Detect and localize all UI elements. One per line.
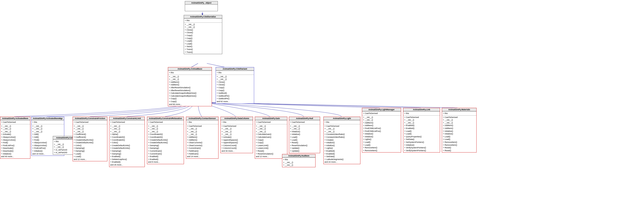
class-item: + __init__() <box>187 128 218 130</box>
class-header: AnimatSimPy._object <box>185 1 218 4</box>
class-item: + Initialize() <box>404 144 439 146</box>
class-item: + RemoveItem() <box>443 141 476 144</box>
class-item: + __init__() <box>324 128 359 130</box>
class-item: + __init__() <box>404 122 439 124</box>
class-item: + CastToDerived <box>290 121 319 124</box>
class-section: + this <box>403 111 440 115</box>
class-item: + CastToDerived <box>148 121 183 124</box>
class-item: + CastToDerived <box>256 121 286 124</box>
class-item: + ResetSimulation() <box>290 144 319 147</box>
class-header: AnimatSimPy.Light <box>324 117 360 120</box>
class-item: + Initialize() <box>290 130 319 133</box>
class-item: + __init__() <box>222 128 252 130</box>
class-item: + CalculateSnapshotByteSize() <box>169 95 211 98</box>
class-item: + CurrentGain() <box>187 147 218 150</box>
class-item: + CastToDerived <box>363 112 400 115</box>
class-item: + Initialize() <box>324 141 359 144</box>
class-item: + __init__() <box>290 125 319 128</box>
class-item: + Damping() <box>110 150 144 152</box>
class-item: + CastToDerived <box>443 116 476 119</box>
class-contactsensor: AnimatSimPy.ContactSensor + this + CastT… <box>186 117 218 159</box>
class-item: + Reset() <box>256 150 286 152</box>
class-item: + Reset() <box>290 141 319 144</box>
class-item: + GetBoolPtr() <box>217 95 253 98</box>
class-item: + Copy() <box>256 141 286 144</box>
class-item: + AddItem() <box>363 122 400 124</box>
class-cstdvariant: AnimatSimPy.CStdVariant + this + __init_… <box>216 67 254 104</box>
class-item: + Color() <box>74 144 106 147</box>
class-section: + __init__() + __init__() + __init__() +… <box>109 124 144 167</box>
class-item: + Create() <box>324 139 359 142</box>
class-item: + CreateDefaultUnits() <box>74 141 106 144</box>
class-item: + ClearCurrents() <box>187 144 218 147</box>
class-item: + Save() <box>185 45 221 48</box>
class-item: + this <box>283 158 314 161</box>
class-item: + Load() <box>74 155 106 158</box>
class-item: + CoordinateID() <box>148 136 183 139</box>
class-item: and 66 more... <box>169 103 211 106</box>
class-item: + Deactivate() <box>1 147 29 150</box>
class-item: + VerifySystemPointers() <box>404 149 439 152</box>
class-item: + __init__() <box>185 26 221 28</box>
class-header: AnimatSimPy.Link <box>403 108 440 111</box>
class-item: + AppendSpaces() <box>222 141 252 144</box>
class-header: AnimatSimPy.ConstraintRelaxation <box>147 117 184 120</box>
class-item: + Update() <box>290 147 319 150</box>
class-lightmanager: AnimatSimPy.LightManager + CastToDerived… <box>362 108 401 152</box>
class-item: + __init__() <box>110 125 144 128</box>
class-constraintfriction: AnimatSimPy.ConstraintFriction + CastToD… <box>72 117 107 161</box>
class-item: + CreateDefaultUnits() <box>148 139 183 142</box>
class-item: + __init__() <box>443 118 476 122</box>
class-item: + Load() <box>363 141 400 144</box>
class-section: + CastToDerived <box>255 120 287 124</box>
class-item: + CastToDerived <box>1 121 29 124</box>
class-item: + AddItem() <box>443 127 476 130</box>
class-item: + __init__() <box>148 125 183 128</box>
class-item: + RemoveItem() <box>443 144 476 146</box>
class-item: + Initialize() <box>443 132 476 135</box>
class-section: + __init__() + __init__() + __init__() +… <box>0 124 30 158</box>
class-item: + Load() <box>185 40 221 42</box>
class-item: + RemoveItem() <box>363 149 400 152</box>
class-item: + Clone() <box>185 31 221 34</box>
class-item: + __init__() <box>290 128 319 130</box>
class-constraintrelaxation: AnimatSimPy.ConstraintRelaxation + CastT… <box>147 117 184 164</box>
class-item: + Enabled() <box>404 124 439 127</box>
class-item: + Copy() <box>217 89 253 92</box>
class-item: + Enabled() <box>110 155 144 158</box>
class-hud: AnimatSimPy.Hud + CastToDerived + __init… <box>289 117 320 153</box>
class-item: + LowerLimit() <box>256 144 286 147</box>
class-item: + CastToDerived <box>404 116 439 119</box>
class-item: + Copy() <box>256 139 286 142</box>
class-section: + __init__() + __init__() + AddItem() + … <box>168 74 212 106</box>
class-item: + __init__() <box>110 128 144 130</box>
class-section: + CastToDerived <box>362 111 401 115</box>
class-item: + __init__() <box>32 125 63 128</box>
class-header: AnimatSimPy.AnimatBase <box>168 67 212 71</box>
class-header: AnimatSimPy.DataColumn <box>221 117 253 120</box>
class-item: + ConstantAttenRatio() <box>324 133 359 136</box>
class-item: + Alpha() <box>110 133 144 136</box>
class-item: + CreateDefaultUnits() <box>110 147 144 150</box>
class-item: + __init__() <box>283 164 314 166</box>
class-item: + Copy() <box>185 37 221 40</box>
class-item: + __init__() <box>283 161 314 164</box>
class-item: + __init__() <box>222 130 252 133</box>
class-item: + Coefficient() <box>74 136 106 139</box>
class-item: + Lights() <box>324 147 359 150</box>
class-header: AnimatSimPy.ContactSensor <box>186 117 218 120</box>
class-item: + CreateDefaultUnits() <box>148 141 183 144</box>
class-item: + Reset() <box>443 146 476 149</box>
class-item: + this <box>443 112 476 115</box>
class-item: + this <box>32 121 63 124</box>
class-gain: AnimatSimPy.Gain + CastToDerived + __ini… <box>255 117 287 159</box>
class-item: + Load() <box>290 136 319 139</box>
class-item: + __init__() <box>256 125 286 128</box>
class-item: + AfterResetSimulation() <box>169 89 211 92</box>
class-item: + Damping() <box>74 147 106 150</box>
class-item: + CastToDerived <box>187 125 218 128</box>
class-item: + __init__() <box>187 133 218 136</box>
class-item: + Reset() <box>443 149 476 152</box>
class-item: + RemoveItem() <box>363 146 400 149</box>
class-section: + CastToDerived + __init__() + __init__(… <box>403 115 440 152</box>
